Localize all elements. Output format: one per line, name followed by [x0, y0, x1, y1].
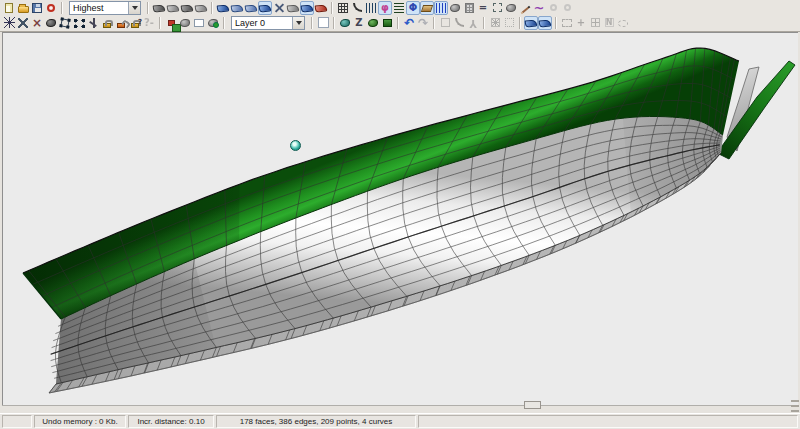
lock-points-icon	[103, 23, 111, 28]
select-box-button	[560, 16, 574, 30]
active-layer-combobox-value: Layer 0	[232, 18, 292, 28]
snap-grid-button	[502, 16, 516, 30]
transform-button[interactable]: Z	[352, 16, 366, 30]
perspective-view-button[interactable]	[216, 1, 230, 15]
wide-view-button[interactable]	[286, 1, 300, 15]
open-file-button[interactable]	[16, 1, 30, 15]
redo-icon: ↷	[417, 17, 429, 29]
combo-dropdown-arrow-icon[interactable]	[128, 2, 140, 14]
paste-icon	[441, 18, 450, 27]
markers-button[interactable]: =	[476, 1, 490, 15]
layer-color-button[interactable]	[164, 16, 178, 30]
add-point-button[interactable]	[2, 16, 16, 30]
grid-toggle-button[interactable]	[490, 1, 504, 15]
active-layer-combobox[interactable]: Layer 0	[231, 16, 305, 30]
toolbar-separator	[311, 17, 313, 29]
undo-button[interactable]: ↶	[402, 16, 416, 30]
zoom-extents-button[interactable]	[272, 1, 286, 15]
active-layer-color-swatch-icon	[318, 17, 329, 28]
select-box-icon	[562, 19, 572, 27]
exit-button[interactable]	[44, 1, 58, 15]
show-port-side-icon	[525, 19, 538, 27]
active-layer-color-swatch-button[interactable]	[316, 16, 330, 30]
develop-plates-button[interactable]	[366, 16, 380, 30]
toolbar-separator	[555, 17, 557, 29]
toolbar-separator	[211, 2, 213, 14]
extrude-edge-button[interactable]	[58, 16, 72, 30]
save-file-icon	[32, 3, 42, 13]
unlock-points-button[interactable]	[114, 16, 128, 30]
unlock-all-points-icon	[131, 23, 139, 28]
project-points-icon	[75, 20, 84, 27]
toolbar-row-1: HighestφΦ=~	[0, 0, 800, 15]
interior-edges-button[interactable]	[336, 1, 350, 15]
hull-gaussian-mode-button[interactable]	[180, 1, 194, 15]
hydrostatic-features-button[interactable]	[420, 1, 434, 15]
normals-icon	[450, 4, 460, 12]
unlock-all-points-button[interactable]	[128, 16, 142, 30]
remove-item-button[interactable]: ×	[30, 16, 44, 30]
profile-view-button[interactable]	[230, 1, 244, 15]
open-file-icon	[18, 6, 29, 13]
toolbar-separator	[483, 17, 485, 29]
split-edge-button[interactable]	[86, 16, 100, 30]
hull-zebra-mode-button[interactable]	[194, 1, 208, 15]
combo-dropdown-arrow-icon[interactable]	[292, 17, 304, 29]
layer-delete-empty-button[interactable]	[206, 16, 220, 30]
select-n-icon: N	[605, 18, 614, 27]
bodyplan-view-button[interactable]	[258, 1, 272, 15]
control-curves-button[interactable]	[350, 1, 364, 15]
save-file-button[interactable]	[30, 1, 44, 15]
viewport[interactable]	[2, 32, 798, 405]
hull-wireframe-mode-button[interactable]	[152, 1, 166, 15]
cylinder-check-button	[546, 1, 560, 15]
project-points-button[interactable]	[72, 16, 86, 30]
new-face-button[interactable]	[44, 16, 58, 30]
main-toolbar: HighestφΦ=~ ×?-Layer 0Z↶↷Y+N	[0, 0, 800, 32]
precision-combobox[interactable]: Highest	[69, 1, 141, 15]
resize-grip-icon[interactable]	[791, 400, 799, 413]
plan-view-button[interactable]	[244, 1, 258, 15]
hull-3d-render	[3, 33, 798, 405]
diagonals-button[interactable]: Φ	[406, 1, 420, 15]
plane-intersection-button: ?-	[142, 16, 156, 30]
show-port-side-button[interactable]	[524, 16, 538, 30]
sphere-check-icon	[564, 4, 571, 11]
hull-shaded-mode-icon	[167, 4, 180, 12]
show-both-sides-button[interactable]	[538, 16, 552, 30]
markers-icon: =	[477, 2, 489, 14]
collapse-edge-button[interactable]	[16, 16, 30, 30]
background-image-icon	[506, 4, 516, 12]
control-point-marker[interactable]	[290, 140, 301, 151]
flowlines-button[interactable]	[434, 1, 448, 15]
shaded-view-button[interactable]	[300, 1, 314, 15]
normals-button[interactable]	[448, 1, 462, 15]
new-file-button[interactable]	[2, 1, 16, 15]
hydrostatic-features-icon	[421, 5, 433, 12]
curve-tool-button[interactable]: ~	[532, 1, 546, 15]
buttocks-button[interactable]: φ	[378, 1, 392, 15]
precision-combobox-value: Highest	[70, 3, 128, 13]
curvature-button[interactable]	[518, 1, 532, 15]
scrollbar-track[interactable]	[2, 405, 792, 406]
keel-rudder-wizard-button[interactable]	[380, 16, 394, 30]
interior-edges-icon	[338, 3, 348, 13]
hull-shaded-mode-button[interactable]	[166, 1, 180, 15]
developable-check-button[interactable]	[314, 1, 328, 15]
toolbar-separator	[159, 17, 161, 29]
background-image-button[interactable]	[504, 1, 518, 15]
hull-zebra-mode-icon	[195, 4, 208, 12]
stations-button[interactable]	[364, 1, 378, 15]
layer-new-button[interactable]	[192, 16, 206, 30]
status-model-stats: 178 faces, 386 edges, 209 points, 4 curv…	[216, 415, 416, 428]
buttocks-icon: φ	[379, 2, 391, 14]
scrollbar-thumb[interactable]	[524, 401, 541, 409]
intersect-layers-button[interactable]	[338, 16, 352, 30]
split-edge-icon	[88, 18, 98, 28]
waterlines-button[interactable]	[392, 1, 406, 15]
remove-item-icon: ×	[31, 17, 43, 29]
exit-icon	[47, 4, 55, 12]
lock-points-button[interactable]	[100, 16, 114, 30]
perspective-view-icon	[217, 4, 230, 12]
calculator-button[interactable]	[462, 1, 476, 15]
